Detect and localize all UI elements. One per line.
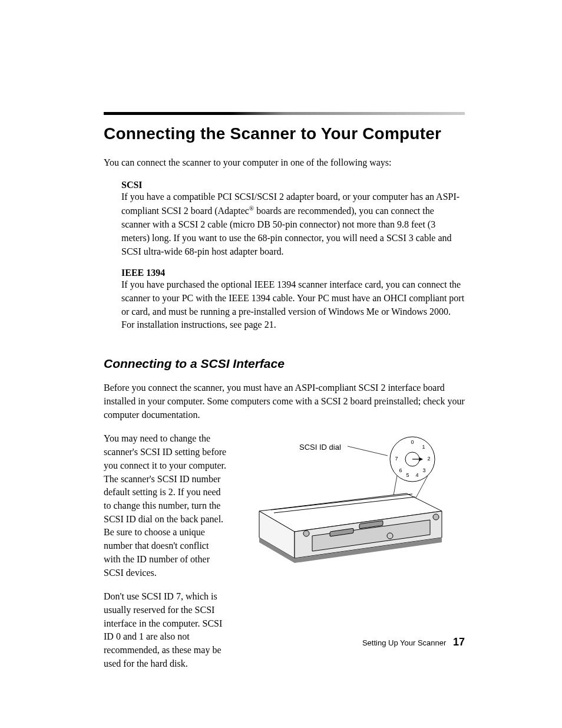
footer-section: Setting Up Your Scanner — [362, 638, 446, 647]
page-footer: Setting Up Your Scanner 17 — [362, 636, 465, 648]
left-para-2: Don't use SCSI ID 7, which is usually re… — [104, 590, 227, 670]
dial-num-0: 0 — [411, 439, 414, 445]
registered-symbol: ® — [249, 205, 254, 212]
scsi-body: If you have a compatible PCI SCSI/SCSI 2… — [121, 190, 465, 258]
subheading: Connecting to a SCSI Interface — [104, 357, 465, 371]
ieee-body: If you have purchased the optional IEEE … — [121, 278, 465, 332]
svg-point-13 — [387, 533, 393, 539]
scsi-block: SCSI If you have a compatible PCI SCSI/S… — [121, 180, 465, 258]
dial-num-1: 1 — [422, 444, 425, 450]
svg-point-14 — [303, 531, 309, 536]
dial-num-5: 5 — [406, 472, 409, 478]
svg-marker-4 — [419, 457, 423, 461]
svg-point-15 — [433, 514, 439, 520]
intro-text: You can connect the scanner to your comp… — [104, 156, 465, 169]
page-heading: Connecting the Scanner to Your Computer — [104, 124, 465, 143]
dial-num-4: 4 — [415, 472, 418, 478]
left-para-1: You may need to change the scanner's SCS… — [104, 432, 227, 579]
ieee-title: IEEE 1394 — [121, 268, 465, 278]
footer-page-number: 17 — [453, 636, 465, 648]
dial-num-7: 7 — [395, 456, 398, 462]
ieee-block: IEEE 1394 If you have purchased the opti… — [121, 268, 465, 332]
scsi-title: SCSI — [121, 180, 465, 190]
dial-num-2: 2 — [427, 456, 430, 462]
section-rule — [104, 112, 465, 115]
scanner-figure: SCSI ID dial 0 1 2 3 4 5 6 — [242, 434, 459, 582]
svg-line-0 — [348, 446, 388, 456]
scanner-illustration: 0 1 2 3 4 5 6 7 — [242, 434, 459, 582]
sub-intro: Before you connect the scanner, you must… — [104, 381, 465, 421]
dial-num-3: 3 — [422, 467, 425, 473]
dial-num-6: 6 — [399, 467, 402, 473]
